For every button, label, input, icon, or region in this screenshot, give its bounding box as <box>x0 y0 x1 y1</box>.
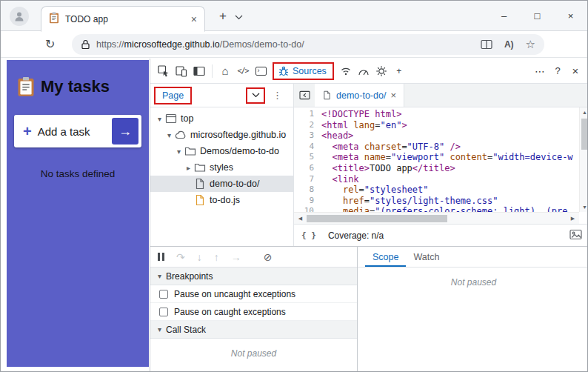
line-number[interactable]: 5 <box>294 152 314 163</box>
horizontal-scrollbar-thumb[interactable] <box>307 215 447 222</box>
memory-panel-icon[interactable] <box>372 62 390 80</box>
page-title: My tasks <box>41 77 110 96</box>
help-icon[interactable]: ? <box>549 62 567 80</box>
more-tabs-chevron-icon[interactable] <box>246 87 265 104</box>
editor-status-bar: { } Coverage: n/a <box>294 224 588 246</box>
file-tab-demo-to-do[interactable]: demo-to-do/ × <box>315 84 404 107</box>
tab-strip: TODO app × + – □ × <box>1 1 587 31</box>
url-path: /Demos/demo-to-do/ <box>220 39 304 50</box>
line-number[interactable]: 10 <box>294 206 314 212</box>
device-emulation-icon[interactable] <box>173 62 190 80</box>
line-number[interactable]: 6 <box>294 163 314 174</box>
line-number[interactable]: 7 <box>294 174 314 185</box>
step-into-button[interactable]: ↓ <box>197 252 202 262</box>
tree-item-demos-demo-to-do[interactable]: ▾Demos/demo-to-do <box>150 143 293 159</box>
tree-item-styles[interactable]: ▸styles <box>150 159 293 176</box>
scroll-left-icon[interactable]: ◀ <box>295 213 305 223</box>
vertical-scrollbar[interactable]: ▲ ▼ <box>579 107 588 212</box>
vertical-scrollbar-thumb[interactable] <box>581 119 588 150</box>
code-line: <html lang="en"> <box>321 120 588 131</box>
submit-arrow-button[interactable]: → <box>112 118 138 145</box>
window-controls: – □ × <box>487 1 587 30</box>
url-scheme: https:// <box>96 39 124 50</box>
todo-app-favicon <box>49 12 59 26</box>
step-out-button[interactable]: ↑ <box>214 252 219 262</box>
expanded-arrow-icon[interactable]: ▾ <box>164 131 174 139</box>
frame-icon <box>165 113 177 124</box>
scroll-down-icon[interactable]: ▼ <box>580 202 588 212</box>
show-navigator-icon[interactable] <box>294 84 315 107</box>
line-number[interactable]: 2 <box>294 120 314 131</box>
folder-icon <box>194 162 206 173</box>
tree-item-to-do-js[interactable]: to-do.js <box>150 192 293 208</box>
add-panel-icon[interactable]: + <box>390 62 408 80</box>
network-panel-icon[interactable] <box>337 62 355 80</box>
console-panel-icon[interactable]: › <box>252 62 270 80</box>
line-number[interactable]: 4 <box>294 142 314 153</box>
split-screen-icon[interactable] <box>481 39 492 50</box>
image-preview-icon[interactable] <box>569 229 582 242</box>
pause-button[interactable] <box>158 253 164 261</box>
file-tab-close-icon[interactable]: × <box>390 90 396 101</box>
expanded-arrow-icon[interactable]: ▾ <box>155 115 164 123</box>
welcome-home-icon[interactable]: ⌂ <box>216 62 234 80</box>
lock-icon <box>81 39 90 50</box>
breakpoints-section-header[interactable]: ▾ Breakpoints <box>150 268 357 285</box>
more-options-icon[interactable]: ⋯ <box>531 62 549 80</box>
close-window-button[interactable]: × <box>554 1 587 30</box>
pretty-print-braces-icon[interactable]: { } <box>301 230 316 240</box>
elements-panel-icon[interactable]: </> <box>234 62 252 80</box>
favorites-star-icon[interactable]: ☆ <box>526 38 535 51</box>
maximize-button[interactable]: □ <box>521 1 554 30</box>
url-text: https://microsoftedge.github.io/Demos/de… <box>96 39 469 50</box>
tree-item-top[interactable]: ▾top <box>150 110 293 127</box>
address-bar[interactable]: https://microsoftedge.github.io/Demos/de… <box>72 34 544 55</box>
layout-panel-icon[interactable] <box>190 62 208 80</box>
tab-close-icon[interactable]: × <box>191 13 197 25</box>
scroll-up-icon[interactable]: ▲ <box>580 107 588 117</box>
add-task-button[interactable]: + Add a task → <box>14 115 141 147</box>
breakpoint-option-label: Pause on uncaught exceptions <box>174 289 295 299</box>
code-line: <title>TODO app</title> <box>321 163 588 174</box>
cloud-icon <box>175 129 187 141</box>
expanded-arrow-icon: ▾ <box>158 325 161 333</box>
read-aloud-icon[interactable]: A) <box>504 39 514 50</box>
line-number[interactable]: 1 <box>294 109 314 120</box>
profile-avatar[interactable] <box>10 7 29 26</box>
collapsed-arrow-icon[interactable]: ▸ <box>184 164 193 172</box>
navigator-menu-icon[interactable]: ⋮ <box>273 90 282 101</box>
tab-sources[interactable]: Sources <box>273 62 334 80</box>
sources-editor: demo-to-do/ × 12345678910 <!DOCTYPE html… <box>294 84 588 246</box>
performance-panel-icon[interactable] <box>355 62 372 80</box>
checkbox[interactable] <box>159 290 168 299</box>
tree-item-microsoftedge-github-io[interactable]: ▾microsoftedge.github.io <box>150 127 293 143</box>
line-number[interactable]: 8 <box>294 185 314 196</box>
tab-title: TODO app <box>65 14 191 24</box>
close-devtools-icon[interactable]: × <box>567 62 584 80</box>
line-numbers: 12345678910 <box>294 107 318 212</box>
deactivate-breakpoints-button[interactable]: ⊘ <box>264 252 273 262</box>
tab-list-chevron-icon[interactable] <box>235 12 247 21</box>
code-editor[interactable]: 12345678910 <!DOCTYPE html><html lang="e… <box>294 107 588 212</box>
inspect-icon[interactable] <box>155 62 173 80</box>
line-number[interactable]: 9 <box>294 196 314 207</box>
tab-watch[interactable]: Watch <box>406 247 447 267</box>
line-number[interactable]: 3 <box>294 130 314 142</box>
step-over-button[interactable]: ↷ <box>176 252 185 262</box>
tab-scope[interactable]: Scope <box>365 247 406 267</box>
call-stack-section-header[interactable]: ▾ Call Stack <box>150 321 357 339</box>
refresh-button[interactable]: ↻ <box>45 37 55 51</box>
step-button[interactable]: → <box>231 252 241 262</box>
tab-page[interactable]: Page <box>154 87 192 104</box>
new-tab-button[interactable]: + <box>214 7 232 25</box>
scroll-right-icon[interactable]: ▶ <box>568 213 578 223</box>
tree-item-demo-to-do-[interactable]: demo-to-do/ <box>150 176 293 192</box>
horizontal-scrollbar[interactable]: ◀ ▶ <box>294 212 579 224</box>
expanded-arrow-icon[interactable]: ▾ <box>174 147 184 156</box>
code-line: media="(prefers-color-scheme: light), (p… <box>321 206 588 212</box>
browser-tab-todo-app[interactable]: TODO app × <box>41 6 205 32</box>
page-content: My tasks + Add a task → No tasks defined <box>1 59 150 372</box>
checkbox[interactable] <box>159 308 168 316</box>
minimize-button[interactable]: – <box>487 1 521 30</box>
sources-navigator: Page ⋮ ▾top▾microsoftedge.github.io▾Demo… <box>150 84 294 246</box>
